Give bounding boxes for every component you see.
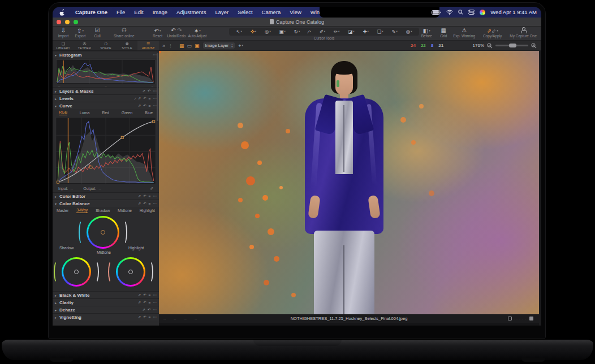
curve-tab-green[interactable]: Green [122, 111, 132, 115]
midtone-wheel-indicator[interactable] [101, 230, 105, 235]
black-white-panel-header[interactable]: ▸ Black & White ⇗ ↶ ≡ ⋯ [53, 291, 159, 298]
shadow-saturation-slider[interactable] [54, 261, 61, 283]
panel-menu-icon[interactable]: ⋯ [153, 194, 157, 198]
reset-adjustments-icon[interactable]: ↶ [143, 103, 146, 108]
thumbnail-size-control[interactable]: ····· [508, 317, 533, 320]
shadow-lightness-slider[interactable] [92, 261, 99, 283]
copy-adjustments-icon[interactable]: ⇗ [143, 307, 145, 312]
dehaze-panel-header[interactable]: ▸ Dehaze ⇗ ↶ ⋯ [53, 306, 159, 313]
highlight-wheel-indicator[interactable] [128, 270, 133, 274]
auto-adjust-button[interactable]: ✶▾ Auto Adjust [188, 27, 206, 38]
more-options-icon[interactable]: ⋮ [169, 44, 173, 48]
pick-color-tool-icon[interactable]: ✐▾ [320, 29, 325, 34]
vignetting-panel-header[interactable]: ▸ Vignetting ⇗ ↶ ≡ ⋯ [53, 313, 159, 320]
size-steps[interactable]: ····· [514, 317, 528, 320]
preset-menu-icon[interactable]: ≡ [149, 104, 151, 108]
apple-logo-icon[interactable] [59, 9, 65, 16]
clone-tool-icon[interactable]: ❏▾ [377, 29, 383, 34]
preset-menu-icon[interactable]: ≡ [149, 301, 151, 305]
cb-tab-master[interactable]: Master [57, 209, 68, 213]
copy-adjustments-icon[interactable]: ⇗ [143, 89, 145, 93]
control-center-icon[interactable] [468, 10, 475, 15]
cb-tab-3way[interactable]: 3-Way [76, 208, 88, 213]
copy-adjustments-icon[interactable]: ⇗ [138, 315, 141, 319]
shadow-color-wheel[interactable] [62, 257, 91, 287]
reset-adjustments-icon[interactable]: ↶ [148, 307, 150, 312]
copy-adjustments-icon[interactable]: ⇗ [138, 201, 141, 206]
tab-library[interactable]: ❏LIBRARY [53, 41, 74, 50]
copy-adjustments-icon[interactable]: ⇗ [138, 96, 141, 101]
grid-button[interactable]: ▦ Grid [436, 27, 451, 38]
zoom-in-icon[interactable] [531, 43, 537, 49]
menu-bar-clock[interactable]: Wed Apr 1 9:41 AM [490, 9, 537, 15]
reset-adjustments-icon[interactable]: ↶ [143, 201, 146, 206]
cb-tab-shadow[interactable]: Shadow [96, 209, 110, 213]
menu-item-image[interactable]: Image [148, 9, 172, 15]
midtone-color-wheel[interactable] [87, 216, 119, 249]
clarity-panel-header[interactable]: ▸ Clarity ⇗ ↶ ≡ ⋯ [53, 298, 159, 306]
preset-menu-icon[interactable]: ≡ [149, 293, 151, 297]
midtone-saturation-slider[interactable] [79, 220, 85, 245]
reset-adjustments-icon[interactable]: ↶ [143, 315, 146, 319]
copy-apply-button[interactable]: ⇗⇙▾ Copy/Apply [483, 27, 502, 38]
draw-mask-tool-icon[interactable]: ✏▾ [334, 29, 339, 34]
large-thumb-icon[interactable] [529, 317, 533, 320]
menu-item-edit[interactable]: Edit [130, 9, 148, 15]
color-editor-panel-header[interactable]: ▸ Color Editor ⇗ ↶ ≡ ⋯ [53, 192, 159, 200]
copy-adjustments-icon[interactable]: ⇗ [138, 194, 141, 198]
panel-menu-icon[interactable]: ⋯ [153, 293, 157, 297]
panel-menu-icon[interactable]: ⋯ [153, 300, 157, 305]
pan-hand-tool-icon[interactable]: ✜▾ [251, 29, 256, 34]
reset-button[interactable]: ↶▾ Reset [150, 27, 165, 38]
crop-tool-icon[interactable]: ▣▾ [279, 29, 286, 34]
histogram-graph[interactable]: ------ [53, 58, 159, 87]
search-icon[interactable] [458, 10, 463, 15]
reset-adjustments-icon[interactable]: ↶ [143, 194, 146, 198]
my-capture-one-button[interactable]: My Capture One [510, 27, 537, 38]
erase-mask-tool-icon[interactable]: ◪▾ [348, 29, 354, 34]
undo-redo-button[interactable]: ↶ ↷ Undo/Redo [167, 27, 186, 38]
histogram-panel-header[interactable]: ▾ Histogram ⋯ [53, 51, 159, 58]
menu-item-capture-one[interactable]: Capture One [71, 9, 112, 15]
highlight-saturation-slider[interactable] [108, 261, 115, 283]
cull-button[interactable]: ☑ Cull [90, 27, 105, 38]
layers-masks-panel-header[interactable]: ▸ Layers & Masks ⇗ ↶ ⋯ [53, 87, 159, 94]
reset-adjustments-icon[interactable]: ↶ [143, 293, 146, 297]
curve-tab-blue[interactable]: Blue [145, 111, 153, 115]
straighten-tool-icon[interactable]: ∕▾ [308, 29, 311, 34]
menu-item-select[interactable]: Select [233, 9, 257, 15]
picker-icon[interactable]: ∕ [135, 97, 136, 101]
cb-tab-highlight[interactable]: Highlight [140, 209, 155, 213]
view-multi-icon[interactable]: ▣ [195, 43, 200, 49]
add-layer-button[interactable]: +▾ [238, 43, 243, 49]
view-grid-icon[interactable]: ▦ [179, 43, 184, 49]
panel-menu-icon[interactable]: ⋯ [153, 315, 157, 319]
select-tool-icon[interactable]: ↖▾ [236, 29, 242, 34]
curve-graph[interactable] [53, 116, 159, 185]
tab-shape[interactable]: ❍SHAPE [95, 41, 117, 50]
user-portrait-icon[interactable] [480, 10, 485, 15]
zoom-slider-thumb[interactable] [509, 44, 516, 47]
preset-menu-icon[interactable]: ≡ [149, 202, 151, 206]
preset-menu-icon[interactable]: ≡ [149, 194, 151, 198]
menu-item-adjustments[interactable]: Adjustments [172, 9, 210, 15]
annotate-tool-icon[interactable]: ✎▾ [391, 29, 397, 34]
highlight-color-wheel[interactable] [116, 257, 145, 287]
menu-item-layer[interactable]: Layer [210, 9, 233, 15]
small-thumb-icon[interactable] [508, 317, 512, 320]
battery-icon[interactable] [432, 10, 441, 15]
preset-menu-icon[interactable]: ≡ [149, 315, 151, 319]
wifi-icon[interactable] [446, 10, 453, 15]
reset-adjustments-icon[interactable]: ↶ [143, 96, 146, 101]
layer-select[interactable]: Image Layer ▴▾ [202, 42, 236, 49]
tab-style[interactable]: ❁STYLE [117, 41, 138, 50]
zoom-out-icon[interactable] [487, 43, 493, 49]
preset-menu-icon[interactable]: ≡ [149, 97, 151, 101]
reset-adjustments-icon[interactable]: ↶ [148, 89, 150, 93]
view-single-icon[interactable]: ▭ [187, 43, 192, 49]
menu-item-camera[interactable]: Camera [257, 9, 286, 15]
heal-tool-icon[interactable]: ✚▾ [363, 29, 368, 34]
copy-adjustments-icon[interactable]: ⇗ [138, 293, 141, 297]
curve-panel-header[interactable]: ▾ Curve ⇗ ↶ ≡ ⋯ [53, 102, 159, 109]
curve-tab-red[interactable]: Red [102, 111, 109, 115]
